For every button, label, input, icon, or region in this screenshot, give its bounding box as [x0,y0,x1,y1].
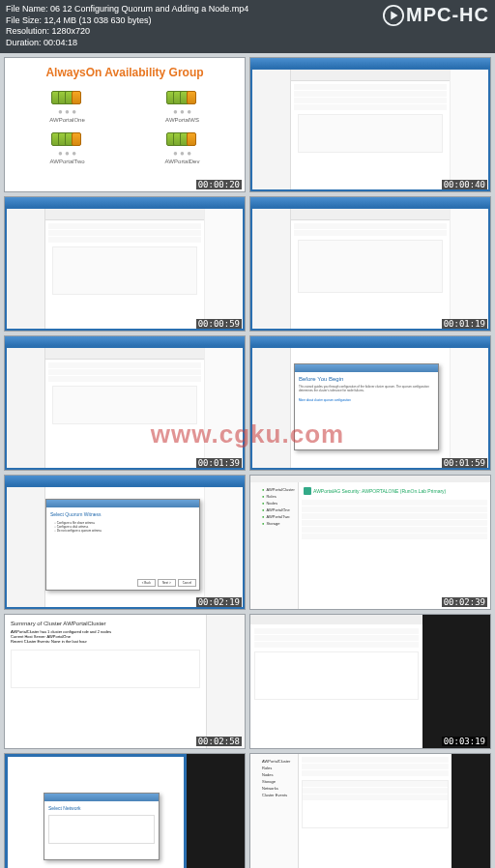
thumbnail[interactable]: 00:01:19 [249,196,491,332]
timestamp: 00:02:39 [442,597,487,607]
thumbnail[interactable]: 00:01:39 [4,335,246,471]
timestamp: 00:03:19 [442,737,487,746]
tree-item[interactable]: AWPortalTwo [254,513,294,520]
tree-item[interactable]: AWPortalCluster [254,486,294,493]
duration-value: 00:04:18 [44,38,77,47]
filesize-value: 12,4 MB (13 038 630 bytes) [44,15,152,25]
tree-item[interactable]: AWPortalCluster [254,758,294,765]
timestamp: 00:01:19 [442,319,487,329]
timestamp: 00:00:40 [442,180,487,189]
wizard-link[interactable]: More about cluster quorum configuration [299,398,434,402]
security-title: AWPortalAG Security: AWPORTALONE (RunOn.… [313,488,446,494]
thumbnail[interactable]: 00:03:19 [249,614,491,749]
thumbnail[interactable]: Summary of Cluster AWPortalCluster AWPor… [4,614,246,749]
thumbnail[interactable]: AlwaysOn Availability Group ● ● ● AWPort… [4,57,246,192]
filesize-label: File Size: [6,15,42,25]
radio-option[interactable]: ○ Do not configure a quorum witness [54,529,195,533]
thumbnail[interactable]: AWPortalCluster Roles Nodes AWPortalOne … [249,475,491,610]
summary-title: Summary of Cluster AWPortalCluster [11,621,200,626]
play-icon [383,5,404,26]
cluster-node: ● ● ● AWPortalOne [24,91,110,123]
thumbnail[interactable]: AWPortalCluster Roles Nodes Storage Netw… [249,753,491,868]
tree-item[interactable]: Storage [254,778,294,785]
next-button[interactable]: Next > [158,579,176,587]
timestamp: 00:02:58 [196,737,242,746]
tree-item[interactable]: Roles [254,765,294,771]
timestamp: 00:02:19 [196,597,242,607]
filename-value: 06 12 Configuring Quorum and Adding a No… [50,4,248,14]
timestamp: 00:01:39 [196,458,242,468]
summary-line: Recent Cluster Events: None in the last … [11,639,200,644]
tree-item[interactable]: AWPortalOne [254,506,294,513]
shield-icon [304,487,311,495]
thumbnail[interactable]: 00:00:59 [4,196,246,332]
tree-item[interactable]: Storage [254,520,294,527]
timestamp: 00:01:59 [442,458,487,468]
thumbnail[interactable]: Before You Begin This wizard guides you … [249,335,491,471]
cluster-node: ● ● ● AWPortalDev [139,132,225,164]
back-button[interactable]: < Back [137,579,156,587]
timestamp: 00:00:20 [196,180,242,189]
duration-label: Duration: [6,38,42,47]
wizard-title: Select Quorum Witness [50,511,195,517]
thumbnail[interactable]: 00:00:40 [249,57,491,192]
diagram-title: AlwaysOn Availability Group [5,58,245,91]
wizard-text: This wizard guides you through configura… [299,385,434,392]
tree-item[interactable]: Cluster Events [254,792,294,798]
resolution-label: Resolution: [6,26,49,36]
wizard-title: Before You Begin [299,376,434,382]
thumbnail-grid: AlwaysOn Availability Group ● ● ● AWPort… [0,53,495,868]
filename-label: File Name: [6,4,48,14]
cluster-node: ● ● ● AWPortalWS [139,91,225,123]
cluster-node: ● ● ● AWPortalTwo [24,132,110,164]
thumbnail[interactable]: Select Network 00:03:38 [4,753,246,868]
thumbnail[interactable]: Select Quorum Witness ○ Configure a file… [4,475,246,610]
tree-item[interactable]: Nodes [254,771,294,778]
cancel-button[interactable]: Cancel [178,579,196,587]
timestamp: 00:00:59 [196,319,242,329]
tree-item[interactable]: Nodes [254,500,294,506]
tree-item[interactable]: Roles [254,493,294,500]
dialog-title: Select Network [48,805,155,811]
tree-item[interactable]: Networks [254,785,294,792]
app-logo: MPC-HC [383,4,489,26]
resolution-value: 1280x720 [52,26,91,36]
